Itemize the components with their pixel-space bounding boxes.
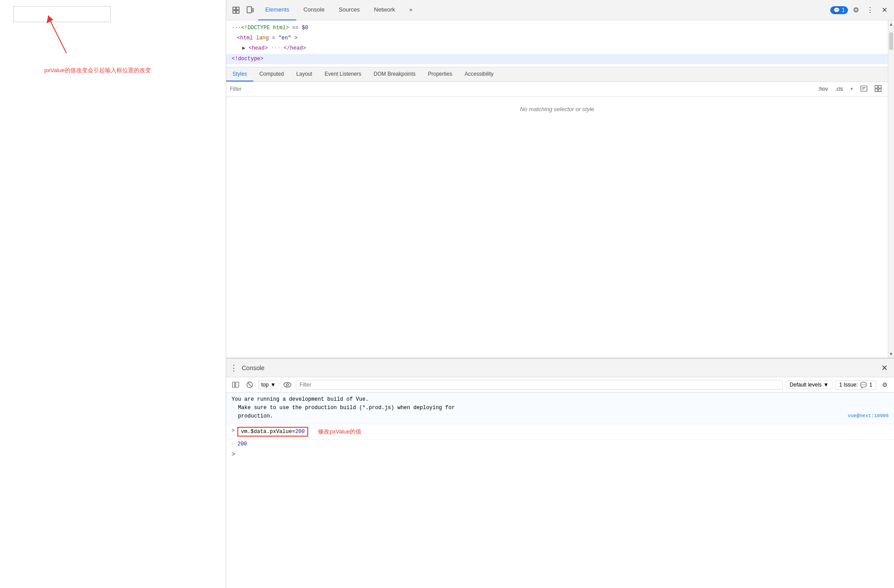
svg-line-0 bbox=[49, 18, 66, 53]
elements-main: ···<!DOCTYPE html> == $0 <html lang = "e… bbox=[226, 20, 888, 358]
console-panel: ⋮ Console ✕ bbox=[226, 358, 894, 588]
style-tab-dom-breakpoints[interactable]: DOM Breakpoints bbox=[368, 67, 422, 81]
style-tab-styles[interactable]: Styles bbox=[226, 67, 253, 81]
svg-rect-7 bbox=[252, 8, 254, 12]
inspect-icon[interactable] bbox=[230, 4, 242, 16]
new-style-rule-button[interactable] bbox=[858, 84, 870, 95]
svg-rect-13 bbox=[875, 89, 878, 92]
html-line-head[interactable]: ▶ <head> ··· </head> bbox=[226, 43, 888, 54]
tab-sources[interactable]: Sources bbox=[332, 0, 367, 20]
svg-rect-14 bbox=[879, 89, 881, 92]
result-value: 200 bbox=[237, 441, 247, 447]
issues-badge[interactable]: 💬 1 bbox=[830, 6, 848, 14]
console-caret-line: > bbox=[226, 449, 894, 459]
html-line-doctype[interactable]: <!doctype> bbox=[226, 54, 888, 64]
svg-point-19 bbox=[284, 383, 291, 387]
console-annotation-text: 修改pxValue的值 bbox=[318, 428, 361, 436]
cls-button[interactable]: .cls bbox=[832, 85, 846, 93]
svg-point-20 bbox=[286, 384, 288, 386]
elements-area: ···<!DOCTYPE html> == $0 <html lang = "e… bbox=[226, 20, 894, 358]
console-context-select[interactable]: top ▼ bbox=[258, 380, 279, 389]
svg-rect-6 bbox=[247, 7, 252, 13]
result-arrow-icon: ← bbox=[232, 441, 235, 447]
console-clear-button[interactable] bbox=[244, 379, 255, 391]
console-body: You are running a development build of V… bbox=[226, 393, 894, 588]
svg-rect-3 bbox=[236, 7, 239, 10]
html-line-doctype-comment[interactable]: ···<!DOCTYPE html> == $0 bbox=[226, 23, 888, 33]
annotation-text: pxValue的值改变会引起输入框位置的改变 bbox=[44, 66, 151, 74]
style-tab-computed[interactable]: Computed bbox=[253, 67, 290, 81]
tab-elements[interactable]: Elements bbox=[258, 0, 296, 20]
devtools-tabs: Elements Console Sources Network » bbox=[258, 0, 828, 20]
style-tab-layout[interactable]: Layout bbox=[290, 67, 318, 81]
console-message-vue: You are running a development build of V… bbox=[226, 393, 894, 424]
settings-icon[interactable]: ⚙ bbox=[850, 4, 862, 16]
hov-button[interactable]: :hov bbox=[815, 85, 831, 93]
console-input-line: > vm.$data.pxValue=200 修改pxValue的值 bbox=[226, 424, 894, 440]
style-tab-event-listeners[interactable]: Event Listeners bbox=[318, 67, 368, 81]
filter-actions: :hov .cls + bbox=[815, 84, 884, 95]
add-style-button[interactable]: + bbox=[848, 85, 856, 93]
issue-icon: 💬 bbox=[860, 382, 867, 388]
issue-label: 1 Issue: bbox=[839, 382, 858, 388]
console-title: Console bbox=[242, 364, 264, 371]
issue-badge[interactable]: 1 Issue: 💬 1 bbox=[835, 380, 876, 390]
console-close-button[interactable]: ✕ bbox=[878, 362, 890, 374]
styles-filter-input[interactable] bbox=[230, 86, 815, 92]
default-levels-icon: ▼ bbox=[823, 382, 828, 388]
console-prompt-chevron: > bbox=[232, 428, 235, 434]
svg-rect-5 bbox=[236, 11, 239, 13]
console-toolbar: top ▼ Default levels ▼ 1 Issue: 💬 bbox=[226, 377, 894, 393]
console-command-text: vm.$data.pxValue= bbox=[241, 429, 295, 435]
svg-rect-11 bbox=[875, 85, 878, 88]
scroll-down-arrow[interactable]: ▼ bbox=[888, 350, 894, 358]
console-command-box[interactable]: vm.$data.pxValue=200 bbox=[237, 427, 308, 437]
console-eye-button[interactable] bbox=[282, 379, 293, 391]
device-toggle-icon[interactable] bbox=[244, 4, 256, 16]
console-caret-icon: > bbox=[232, 450, 235, 457]
computed-style-icon-button[interactable] bbox=[872, 84, 884, 95]
svg-rect-8 bbox=[861, 86, 867, 91]
console-menu-icon[interactable]: ⋮ bbox=[230, 363, 238, 373]
scroll-thumb[interactable] bbox=[889, 32, 893, 50]
filter-row: :hov .cls + bbox=[226, 82, 888, 97]
svg-line-18 bbox=[248, 383, 252, 387]
svg-rect-16 bbox=[236, 382, 239, 387]
style-tab-properties[interactable]: Properties bbox=[422, 67, 459, 81]
svg-marker-1 bbox=[46, 15, 54, 23]
svg-rect-15 bbox=[232, 382, 235, 387]
scroll-track bbox=[888, 28, 894, 350]
devtools-toolbar: Elements Console Sources Network » 💬 1 ⚙… bbox=[226, 0, 894, 20]
console-sidebar-toggle[interactable] bbox=[230, 379, 241, 391]
vue-warning-text: You are running a development build of V… bbox=[232, 395, 889, 421]
svg-rect-4 bbox=[233, 11, 236, 13]
default-levels-select[interactable]: Default levels ▼ bbox=[786, 380, 832, 389]
right-scrollbar[interactable]: ▲ ▼ bbox=[888, 20, 894, 358]
svg-rect-2 bbox=[233, 7, 236, 10]
tab-more[interactable]: » bbox=[402, 0, 419, 20]
badge-icon: 💬 bbox=[833, 7, 840, 13]
svg-rect-12 bbox=[879, 85, 881, 88]
context-dropdown-icon: ▼ bbox=[271, 382, 276, 388]
toolbar-right: 💬 1 ⚙ ⋮ ✕ bbox=[830, 4, 890, 16]
close-icon[interactable]: ✕ bbox=[878, 4, 890, 16]
console-command-value: 200 bbox=[295, 429, 305, 435]
vue-source-link[interactable]: vue@next:10906 bbox=[848, 412, 889, 420]
html-line-html[interactable]: <html lang = "en" > bbox=[226, 33, 888, 43]
webpage-area: pxValue的值改变会引起输入框位置的改变 bbox=[0, 0, 226, 588]
no-matching-text: No matching selector or style bbox=[226, 97, 888, 121]
console-filter-input[interactable] bbox=[296, 380, 783, 390]
badge-count: 1 bbox=[842, 7, 845, 13]
style-tabs-row: Styles Computed Layout Event Listeners D… bbox=[226, 67, 888, 82]
context-value: top bbox=[261, 382, 269, 388]
devtools-panel: Elements Console Sources Network » 💬 1 ⚙… bbox=[226, 0, 894, 588]
console-settings-button[interactable]: ⚙ bbox=[879, 379, 890, 391]
scroll-up-arrow[interactable]: ▲ bbox=[888, 20, 894, 28]
console-result-line: ← 200 bbox=[226, 440, 894, 449]
tab-console[interactable]: Console bbox=[296, 0, 332, 20]
tab-network[interactable]: Network bbox=[367, 0, 402, 20]
menu-icon[interactable]: ⋮ bbox=[864, 4, 876, 16]
styles-body: No matching selector or style bbox=[226, 97, 888, 358]
default-levels-label: Default levels bbox=[790, 382, 821, 388]
style-tab-accessibility[interactable]: Accessibility bbox=[458, 67, 499, 81]
